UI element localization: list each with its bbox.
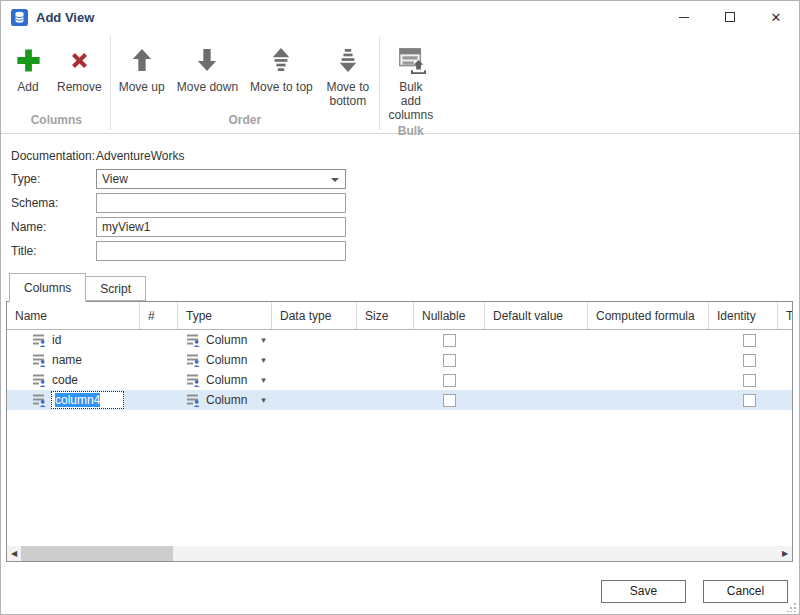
scroll-left-arrow[interactable]: ◀ [7, 546, 21, 561]
column-header-computed-formula[interactable]: Computed formula [588, 302, 709, 329]
minimize-button[interactable] [661, 1, 707, 33]
column-header-default-value[interactable]: Default value [485, 302, 588, 329]
selected-text: column4 [55, 393, 100, 407]
save-button[interactable]: Save [601, 580, 686, 603]
name-input-value: myView1 [102, 220, 150, 234]
maximize-icon [725, 12, 735, 22]
column-icon [186, 393, 200, 407]
column-name: name [52, 353, 82, 367]
nullable-checkbox[interactable] [443, 354, 456, 367]
column-header-data-type[interactable]: Data type [272, 302, 357, 329]
grid-header-row: Name # Type Data type Size Nullable Defa… [7, 302, 792, 330]
ribbon-separator [379, 36, 380, 130]
type-label: Type: [11, 172, 40, 186]
arrow-up-icon [131, 40, 153, 80]
name-label: Name: [11, 220, 46, 234]
resize-grip[interactable] [787, 602, 797, 612]
scroll-right-arrow[interactable]: ▶ [778, 546, 792, 561]
type-value: Column [206, 353, 247, 367]
chevron-down-icon: ▾ [261, 335, 266, 345]
tab-columns-label: Columns [24, 281, 71, 295]
scrollbar-thumb[interactable] [21, 546, 173, 561]
close-button[interactable]: ✕ [753, 1, 799, 33]
identity-checkbox[interactable] [743, 334, 756, 347]
move-to-top-button[interactable]: Move to top [244, 33, 319, 94]
tab-columns[interactable]: Columns [9, 273, 86, 302]
column-icon [32, 393, 46, 407]
tab-script[interactable]: Script [86, 276, 146, 301]
column-icon [186, 353, 200, 367]
close-icon: ✕ [771, 11, 782, 24]
window-controls: ✕ [661, 1, 799, 33]
type-dropdown-value: View [102, 172, 128, 186]
move-to-bottom-button[interactable]: Move to bottom [319, 33, 377, 108]
table-row[interactable]: code Column ▾ [7, 370, 792, 390]
ribbon-group-order-label: Order [113, 111, 377, 133]
add-view-dialog: Add View ✕ Add Remove [0, 0, 800, 615]
bulk-add-columns-label: Bulk add columns [388, 80, 434, 122]
documentation-label: Documentation: [11, 149, 95, 163]
move-up-button[interactable]: Move up [113, 33, 171, 94]
table-row[interactable]: name Column ▾ [7, 350, 792, 370]
identity-checkbox[interactable] [743, 394, 756, 407]
column-name-edit-input[interactable]: column4 [51, 391, 124, 409]
column-icon [186, 333, 200, 347]
tab-script-label: Script [100, 282, 131, 296]
title-label: Title: [11, 244, 37, 258]
column-header-number[interactable]: # [140, 302, 178, 329]
column-header-size[interactable]: Size [357, 302, 414, 329]
add-button[interactable]: Add [5, 33, 51, 94]
add-button-label: Add [17, 80, 38, 94]
arrow-to-bottom-icon [337, 40, 359, 80]
ribbon-group-order: Move up Move down [113, 33, 377, 133]
schema-label: Schema: [11, 196, 58, 210]
table-row-selected[interactable]: column4 Column ▾ [7, 390, 792, 410]
remove-button-label: Remove [57, 80, 102, 94]
nullable-checkbox[interactable] [443, 374, 456, 387]
column-icon [186, 373, 200, 387]
column-header-title[interactable]: T [778, 302, 792, 329]
type-cell-dropdown[interactable]: Column ▾ [178, 350, 272, 370]
bulk-add-columns-button[interactable]: Bulk add columns [382, 33, 440, 122]
column-icon [32, 353, 46, 367]
column-icon [32, 373, 46, 387]
column-header-identity[interactable]: Identity [709, 302, 778, 329]
chevron-down-icon [331, 178, 339, 182]
cancel-button[interactable]: Cancel [703, 580, 788, 603]
type-cell-dropdown[interactable]: Column ▾ [178, 370, 272, 390]
chevron-down-icon: ▾ [261, 375, 266, 385]
title-input[interactable] [96, 241, 346, 261]
type-dropdown[interactable]: View [96, 169, 346, 189]
column-header-type[interactable]: Type [178, 302, 272, 329]
remove-button[interactable]: Remove [51, 33, 108, 94]
minimize-icon [679, 17, 689, 18]
maximize-button[interactable] [707, 1, 753, 33]
type-value: Column [206, 373, 247, 387]
type-value: Column [206, 393, 247, 407]
titlebar: Add View ✕ [1, 1, 799, 33]
chevron-down-icon: ▾ [261, 395, 266, 405]
name-input[interactable]: myView1 [96, 217, 346, 237]
ribbon-group-columns-label: Columns [5, 111, 108, 133]
identity-checkbox[interactable] [743, 374, 756, 387]
plus-icon [14, 40, 43, 80]
column-icon [32, 333, 46, 347]
arrow-down-icon [196, 40, 218, 80]
arrow-to-top-icon [270, 40, 292, 80]
identity-checkbox[interactable] [743, 354, 756, 367]
column-name: id [52, 333, 61, 347]
chevron-down-icon: ▾ [261, 355, 266, 365]
ribbon-group-bulk: Bulk add columns Bulk [382, 33, 440, 133]
table-row[interactable]: id Column ▾ [7, 330, 792, 350]
schema-input[interactable] [96, 193, 346, 213]
column-header-nullable[interactable]: Nullable [414, 302, 485, 329]
ribbon-separator [110, 36, 111, 130]
ribbon-group-columns: Add Remove Columns [5, 33, 108, 133]
nullable-checkbox[interactable] [443, 394, 456, 407]
column-header-name[interactable]: Name [7, 302, 140, 329]
move-down-button[interactable]: Move down [171, 33, 244, 94]
type-cell-dropdown[interactable]: Column ▾ [178, 390, 272, 410]
type-cell-dropdown[interactable]: Column ▾ [178, 330, 272, 350]
nullable-checkbox[interactable] [443, 334, 456, 347]
horizontal-scrollbar[interactable]: ◀ ▶ [7, 546, 792, 561]
